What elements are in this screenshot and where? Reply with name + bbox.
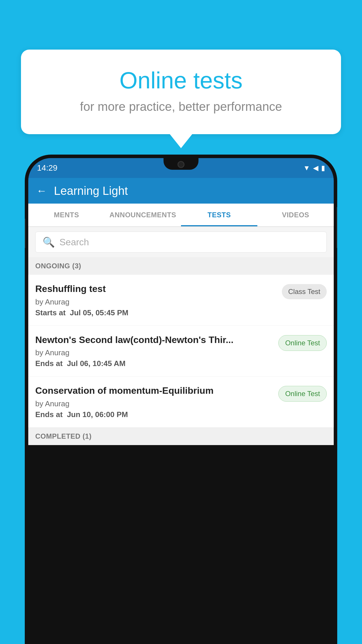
ongoing-section-header: ONGOING (3) bbox=[28, 257, 334, 275]
app-bar-title: Learning Light bbox=[54, 184, 128, 197]
test-date-conservation: Ends at Jun 10, 06:00 PM bbox=[35, 410, 274, 419]
tab-tests[interactable]: TESTS bbox=[181, 204, 257, 226]
phone-notch bbox=[164, 158, 198, 170]
search-bar[interactable]: 🔍 Search bbox=[35, 232, 327, 253]
battery-icon: ▮ bbox=[321, 164, 325, 172]
front-camera bbox=[178, 161, 184, 168]
tab-announcements[interactable]: ANNOUNCEMENTS bbox=[105, 204, 181, 226]
back-button[interactable]: ← bbox=[36, 185, 47, 197]
test-by-newtons: by Anurag bbox=[35, 348, 274, 357]
test-info-newtons: Newton's Second law(contd)-Newton's Thir… bbox=[35, 334, 274, 368]
badge-class-test: Class Test bbox=[282, 284, 327, 299]
test-item-conservation[interactable]: Conservation of momentum-Equilibrium by … bbox=[28, 377, 334, 428]
test-item-newtons[interactable]: Newton's Second law(contd)-Newton's Thir… bbox=[28, 326, 334, 377]
phone-power-button bbox=[337, 207, 337, 248]
phone-screen: 14:29 ▼ ◀ ▮ ← Learning Light MENTS ANNOU… bbox=[28, 158, 334, 644]
test-date-newtons: Ends at Jul 06, 10:45 AM bbox=[35, 359, 274, 368]
wifi-icon: ▼ bbox=[303, 164, 310, 172]
test-name-conservation: Conservation of momentum-Equilibrium bbox=[35, 385, 274, 397]
tab-ments[interactable]: MENTS bbox=[28, 204, 105, 226]
bubble-title: Online tests bbox=[36, 67, 326, 94]
search-icon: 🔍 bbox=[43, 236, 55, 248]
test-name-reshuffling: Reshuffling test bbox=[35, 283, 277, 295]
test-date-reshuffling: Starts at Jul 05, 05:45 PM bbox=[35, 308, 277, 317]
speech-bubble: Online tests for more practice, better p… bbox=[21, 50, 341, 134]
tab-videos[interactable]: VIDEOS bbox=[257, 204, 334, 226]
signal-icon: ◀ bbox=[313, 164, 318, 172]
search-input[interactable]: Search bbox=[59, 237, 89, 248]
phone-volume-button bbox=[25, 219, 25, 248]
badge-online-test-conservation: Online Test bbox=[278, 386, 327, 402]
test-info-reshuffling: Reshuffling test by Anurag Starts at Jul… bbox=[35, 283, 277, 317]
test-list: Reshuffling test by Anurag Starts at Jul… bbox=[28, 275, 334, 428]
test-info-conservation: Conservation of momentum-Equilibrium by … bbox=[35, 385, 274, 419]
status-time: 14:29 bbox=[37, 163, 57, 173]
completed-section-header: COMPLETED (1) bbox=[28, 428, 334, 445]
test-item-reshuffling[interactable]: Reshuffling test by Anurag Starts at Jul… bbox=[28, 275, 334, 326]
test-by-reshuffling: by Anurag bbox=[35, 298, 277, 307]
test-name-newtons: Newton's Second law(contd)-Newton's Thir… bbox=[35, 334, 274, 346]
test-by-conservation: by Anurag bbox=[35, 399, 274, 408]
search-container: 🔍 Search bbox=[28, 227, 334, 257]
phone-frame: 14:29 ▼ ◀ ▮ ← Learning Light MENTS ANNOU… bbox=[25, 155, 337, 644]
status-icons: ▼ ◀ ▮ bbox=[303, 164, 325, 172]
badge-online-test-newtons: Online Test bbox=[278, 335, 327, 351]
bubble-subtitle: for more practice, better performance bbox=[36, 100, 326, 114]
tab-bar: MENTS ANNOUNCEMENTS TESTS VIDEOS bbox=[28, 204, 334, 227]
app-bar: ← Learning Light bbox=[28, 178, 334, 204]
